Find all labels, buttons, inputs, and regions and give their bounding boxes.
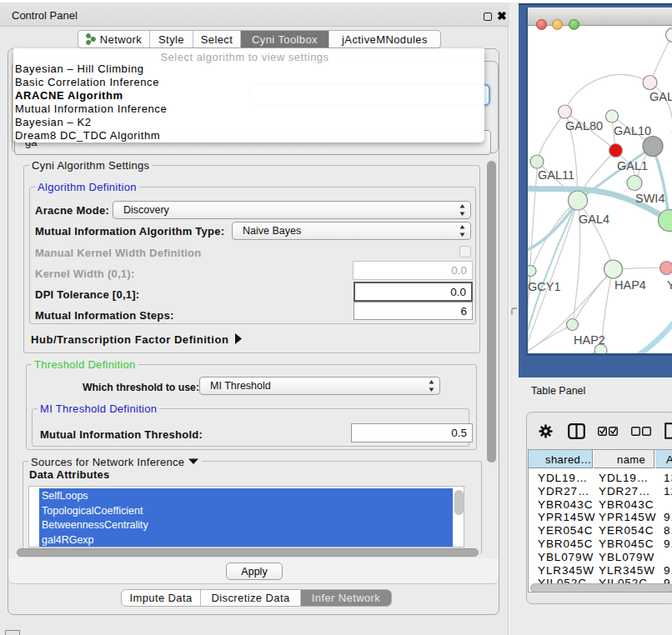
svg-text:GAL1: GAL1 [617, 159, 648, 172]
svg-text:GCY1: GCY1 [528, 280, 561, 293]
svg-text:GAL11: GAL11 [538, 168, 574, 182]
svg-text:HAP2: HAP2 [574, 333, 605, 347]
svg-text:GAL4: GAL4 [579, 212, 609, 226]
svg-text:HAP4: HAP4 [614, 278, 646, 292]
svg-text:GAL7: GAL7 [649, 90, 672, 103]
svg-text:SWI4: SWI4 [635, 192, 664, 205]
svg-text:GAL80: GAL80 [565, 119, 603, 132]
svg-text:GAL10: GAL10 [614, 124, 651, 138]
svg-text:YJ: YJ [667, 278, 672, 292]
